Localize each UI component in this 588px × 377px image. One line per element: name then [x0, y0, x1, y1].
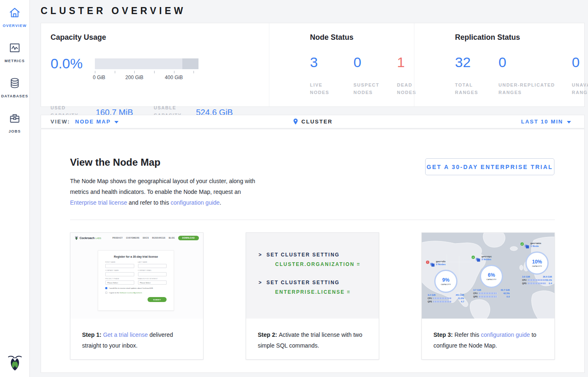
cpu-meter-label: CPU	[428, 297, 433, 300]
suspect-nodes-value: 0	[353, 54, 397, 81]
step-label: Step 3:	[433, 331, 453, 338]
live-status-icon: ✓	[472, 256, 475, 259]
mini-field-label: COMPANY EMAIL	[138, 270, 167, 271]
node-status-title: Node Status	[310, 33, 353, 42]
view-label: VIEW:	[51, 118, 70, 125]
sidebar-item-label: METRICS	[5, 59, 25, 63]
capacity-gauge-bar	[95, 58, 198, 69]
region-name: geo=ams	[530, 242, 541, 244]
time-range-dropdown[interactable]: LAST 10 MIN	[521, 118, 571, 125]
cpu-meter-value: 11.0%	[458, 297, 464, 300]
step-label: Step 2:	[258, 331, 277, 338]
cpu-meter-label: CPU	[522, 279, 528, 281]
location-pin-icon	[293, 118, 298, 125]
chevron-down-icon	[567, 121, 571, 123]
tick-label: 200 GiB	[126, 75, 143, 80]
step-2-caption: Step 2:Activate the trial license with t…	[246, 319, 379, 351]
qps-meter-label: QPS	[473, 295, 479, 298]
capacity-ring: 6%CAPACITY	[480, 265, 503, 288]
qps-meter-value: 0.4	[549, 282, 552, 285]
under-replicated-ranges-value: 0	[498, 54, 572, 81]
get-trial-license-link[interactable]: Get a trial license	[103, 331, 148, 338]
node-stack-icon	[430, 261, 435, 268]
cockroach-labs-mini-logo: Cockroach LABS	[75, 236, 102, 240]
qps-meter-value: 4.7	[461, 300, 464, 303]
map-region-sfo: ! geo=sfo2 Nodes 9%CAPACITY 3.2 GiB351 G…	[426, 260, 466, 303]
step-1-caption: Step 1:Get a trial license delivered str…	[70, 319, 203, 351]
sql-commands-image: >SET CLUSTER SETTING CLUSTER.ORGANIZATIO…	[246, 233, 379, 319]
sidebar-item-metrics[interactable]: METRICS	[5, 42, 25, 63]
mini-checkbox-unchecked	[105, 292, 107, 294]
under-replicated-ranges-label: UNDER-REPLICATED RANGES	[498, 81, 567, 96]
capacity-gauge-ticks	[95, 71, 198, 75]
capacity-usage-title: Capacity Usage	[51, 33, 106, 42]
mini-select: Please Select	[105, 280, 134, 285]
mini-field-label: COMPANY NAME	[105, 270, 134, 271]
sidebar-item-label: DATABASES	[1, 94, 28, 98]
mini-checkbox-checked	[105, 287, 107, 289]
configuration-guide-link[interactable]: configuration guide	[481, 331, 530, 338]
sidebar-item-jobs[interactable]: JOBS	[9, 112, 21, 133]
sidebar: OVERVIEW METRICS DATABASES	[0, 0, 30, 377]
description-text: The Node Map shows the geographical layo…	[70, 178, 255, 195]
map-region-ams: ✓ geo=ams1 Node 10%CAPACITY 3.6 GiB36.6 …	[520, 242, 554, 285]
mini-nav-item: RESOURCES	[152, 237, 165, 239]
sql-argument: CLUSTER.ORGANIZATION =	[275, 261, 379, 267]
configuration-guide-link[interactable]: configuration guide	[171, 199, 220, 206]
region-capacity-label: CAPACITY	[441, 283, 451, 285]
capacity-ring: 10%CAPACITY	[525, 251, 549, 275]
region-total: 36.6 GiB	[543, 276, 552, 278]
sidebar-item-label: JOBS	[9, 129, 21, 133]
view-selector-dropdown[interactable]: NODE MAP	[75, 118, 119, 125]
sidebar-item-databases[interactable]: DATABASES	[1, 77, 28, 98]
enterprise-trial-button[interactable]: GET A 30-DAY ENTERPRISE TRIAL	[425, 158, 554, 175]
mini-checkbox-label: I would like to receive email updates ab…	[109, 287, 153, 289]
suspect-nodes-stat: 0 SUSPECT NODES	[353, 54, 397, 96]
region-capacity-label: CAPACITY	[532, 265, 542, 267]
replication-status-title: Replication Status	[455, 33, 520, 42]
capacity-ring: 9%CAPACITY	[434, 270, 457, 293]
mini-download-button: DOWNLOAD	[178, 236, 199, 240]
mini-checkbox-label: I agree to the	[109, 292, 120, 294]
total-ranges-stat: 32 TOTAL RANGES	[455, 54, 498, 96]
sidebar-item-overview[interactable]: OVERVIEW	[3, 7, 27, 28]
region-capacity-percent: 6%	[488, 272, 495, 278]
enterprise-trial-license-link[interactable]: Enterprise trial license	[70, 199, 127, 206]
mini-logo-text: Cockroach	[80, 237, 94, 239]
breadcrumb-cluster: CLUSTER	[293, 118, 332, 125]
panel-description: The Node Map shows the geographical layo…	[70, 176, 264, 208]
region-node-count: 1 Node	[530, 245, 541, 247]
capacity-gauge-dark-segment	[182, 58, 198, 69]
map-region-nyc: ✓ geo=nyc2 Nodes 6%CAPACITY 3.7 GiB43.7 …	[472, 255, 511, 298]
node-stack-icon	[525, 243, 529, 250]
view-toolbar: VIEW: NODE MAP CLUSTER LAST 10 MIN	[41, 115, 585, 128]
mini-license-link: Software License Agreement.	[120, 292, 143, 294]
time-range-value: LAST 10 MIN	[521, 118, 563, 125]
unavailable-ranges-stat: 0 UNAVAILABLE RANGES	[572, 54, 588, 96]
live-status-icon: ✓	[520, 242, 524, 246]
region-total: 351 GiB	[456, 294, 464, 296]
tick-label: 0 GiB	[93, 75, 105, 80]
qps-meter-value: 0.0	[506, 295, 510, 298]
region-capacity-percent: 10%	[532, 259, 542, 265]
node-status-section: Node Status 3 LIVE NODES 0 SUSPECT NODES…	[269, 23, 406, 106]
sql-command: SET CLUSTER SETTING	[266, 252, 340, 258]
node-map-preview-image: ! geo=sfo2 Nodes 9%CAPACITY 3.2 GiB351 G…	[422, 233, 554, 319]
mini-text-input	[138, 264, 167, 268]
mini-logo-suffix: LABS	[95, 237, 101, 239]
mini-nav-item: DOCS	[143, 237, 149, 239]
home-icon	[9, 7, 21, 20]
cpu-meter-label: CPU	[473, 292, 479, 295]
database-icon	[9, 77, 21, 91]
page-title: CLUSTER OVERVIEW	[41, 5, 186, 17]
cluster-summary-bar: Capacity Usage 0.0% 0 GiB 200 GiB 400 Gi…	[41, 23, 585, 107]
capacity-used-percent: 0.0%	[51, 56, 83, 72]
region-used: 3.7 GiB	[473, 289, 481, 291]
region-node-count: 2 Nodes	[482, 258, 492, 261]
divider	[70, 220, 555, 220]
dead-status-icon: !	[426, 261, 429, 264]
mini-select: Please Select	[138, 280, 167, 285]
sql-prompt: >	[259, 252, 262, 258]
capacity-gauge: 0 GiB 200 GiB 400 GiB	[95, 58, 198, 80]
panel-title: View the Node Map	[70, 157, 160, 168]
